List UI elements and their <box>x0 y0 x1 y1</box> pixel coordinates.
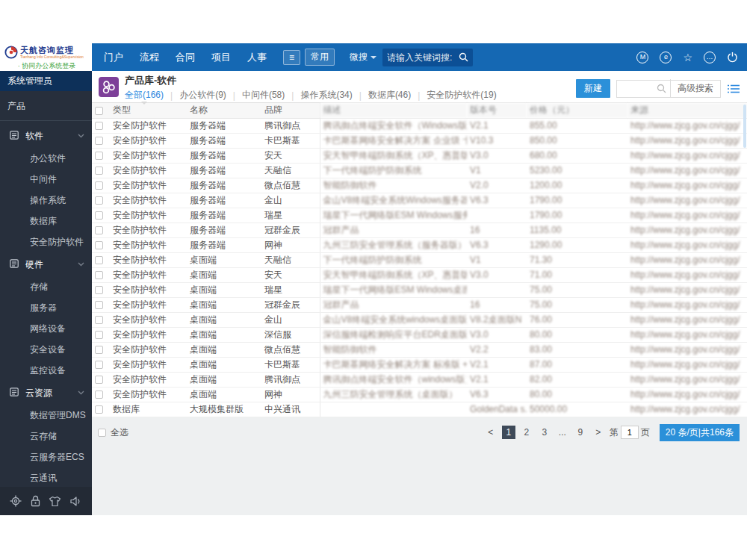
row-checkbox[interactable] <box>95 181 103 190</box>
tab-4[interactable]: 数据库(46) <box>368 89 411 102</box>
content-header: 产品库-软件 全部(166)|办公软件(9)|中间件(58)|操作系统(34)|… <box>92 71 747 103</box>
row-checkbox-cell <box>92 357 110 372</box>
row-checkbox[interactable] <box>95 361 103 369</box>
topnav-item-1[interactable]: 流程 <box>140 51 159 64</box>
scrollbar-thumb[interactable] <box>743 105 746 148</box>
sidebar-item-1-1[interactable]: 服务器 <box>0 297 92 318</box>
tab-1[interactable]: 办公软件(9) <box>179 89 226 102</box>
row-checkbox-cell <box>92 387 110 402</box>
lock-icon[interactable] <box>30 495 41 507</box>
row-checkbox[interactable] <box>95 316 103 324</box>
sidebar-item-2-3[interactable]: 云通讯 <box>0 467 92 488</box>
row-checkbox[interactable] <box>95 167 103 175</box>
sidebar-item-1-3[interactable]: 安全设备 <box>0 339 92 360</box>
wesearch-dropdown[interactable]: 微搜 <box>350 51 376 63</box>
table-row-10: 安全防护软件桌面端安天安天智甲终端防御系统（XP、惠普版）V3.071.00ht… <box>92 267 747 282</box>
table-row-14: 安全防护软件桌面端深信服深信服终端检测响应平台EDR桌面版V3.080.00ht… <box>92 327 747 342</box>
cell-source: http://www.zjcg.gov.cn/cjgg/ <box>627 133 747 148</box>
page-button-9[interactable]: 9 <box>574 426 587 439</box>
row-checkbox[interactable] <box>95 137 103 145</box>
sidebar-group-0[interactable]: 软件 <box>0 124 92 148</box>
row-checkbox[interactable] <box>95 122 103 130</box>
tab-2[interactable]: 中间件(58) <box>242 89 285 102</box>
cell-version: V2.1 <box>467 118 527 133</box>
row-checkbox[interactable] <box>95 152 103 160</box>
cell-type: 安全防护软件 <box>110 133 187 148</box>
cell-brand: 天融信 <box>261 163 320 178</box>
settings-icon[interactable] <box>10 495 22 507</box>
sidebar-item-0-3[interactable]: 数据库 <box>0 211 92 231</box>
sidebar-group-label: 硬件 <box>25 258 43 271</box>
cell-desc: 九州三防安全管理系统（桌面版） <box>320 387 467 402</box>
page-next-button[interactable]: > <box>592 426 605 439</box>
row-checkbox[interactable] <box>95 196 103 205</box>
logo-tagline[interactable]: · 协同办公系统登录 <box>4 61 89 71</box>
sidebar-item-1-4[interactable]: 监控设备 <box>0 360 92 381</box>
topnav-item-0[interactable]: 门户 <box>104 51 123 64</box>
sidebar-item-0-2[interactable]: 操作系统 <box>0 190 92 211</box>
cell-source: http://www.zjcg.gov.cn/cjgg/ <box>627 237 747 252</box>
row-checkbox[interactable] <box>95 256 103 264</box>
message-icon[interactable]: e <box>660 52 672 63</box>
row-checkbox[interactable] <box>95 301 103 309</box>
row-checkbox[interactable] <box>95 376 103 384</box>
sidebar-section-product[interactable]: 产品 <box>0 91 92 120</box>
sidebar-item-0-0[interactable]: 办公软件 <box>0 148 92 169</box>
power-icon[interactable] <box>727 52 738 63</box>
sidebar-item-1-2[interactable]: 网络设备 <box>0 318 92 339</box>
global-search-input[interactable] <box>387 52 459 63</box>
sidebar-item-2-2[interactable]: 云服务器ECS <box>0 447 92 467</box>
sidebar-group-1[interactable]: 硬件 <box>0 252 92 276</box>
topnav-item-4[interactable]: 人事 <box>247 51 267 64</box>
cell-type: 安全防护软件 <box>110 312 187 327</box>
sidebar-item-0-1[interactable]: 中间件 <box>0 169 92 190</box>
select-all[interactable]: 全选 <box>98 426 128 439</box>
row-checkbox[interactable] <box>95 241 103 249</box>
row-checkbox[interactable] <box>95 391 103 399</box>
row-checkbox[interactable] <box>95 226 103 234</box>
sidebar-group-2[interactable]: 云资源 <box>0 381 92 405</box>
theme-icon[interactable] <box>49 496 61 507</box>
sidebar-item-2-1[interactable]: 云存储 <box>0 426 92 447</box>
sound-icon[interactable] <box>69 496 82 507</box>
more-icon[interactable]: … <box>704 52 716 63</box>
menu-button[interactable]: ≡ <box>283 50 300 65</box>
select-all-checkbox[interactable] <box>98 429 106 437</box>
sidebar-item-1-0[interactable]: 存储 <box>0 276 92 297</box>
sidebar-item-2-0[interactable]: 数据管理DMS <box>0 405 92 426</box>
column-header-desc: 描述 <box>320 103 467 118</box>
search-icon[interactable] <box>459 52 468 62</box>
table-search-icon[interactable] <box>653 84 670 93</box>
row-checkbox[interactable] <box>95 271 103 279</box>
header-checkbox[interactable] <box>95 107 103 115</box>
row-checkbox[interactable] <box>95 405 103 414</box>
tab-5[interactable]: 安全防护软件(19) <box>427 89 496 102</box>
cell-desc: 安天智甲终端防御系统（XP、惠普版） <box>320 267 467 282</box>
table-search-input[interactable] <box>617 84 653 94</box>
row-checkbox-cell <box>92 118 110 133</box>
goto-page-input[interactable] <box>621 426 639 439</box>
m-badge-icon[interactable]: M <box>636 52 648 63</box>
new-button[interactable]: 新建 <box>576 79 610 98</box>
page-button-1[interactable]: 1 <box>502 426 515 439</box>
topnav-item-3[interactable]: 项目 <box>211 51 231 64</box>
star-icon[interactable]: ☆ <box>683 52 692 63</box>
cell-brand: 深信服 <box>261 327 320 342</box>
page-button-2[interactable]: 2 <box>520 426 533 439</box>
tab-3[interactable]: 操作系统(34) <box>300 89 352 102</box>
page-prev-button[interactable]: < <box>484 426 498 439</box>
row-checkbox[interactable] <box>95 211 103 220</box>
list-view-icon[interactable] <box>728 84 740 94</box>
row-checkbox[interactable] <box>95 286 103 294</box>
page-button-3[interactable]: 3 <box>538 426 551 439</box>
frequent-button[interactable]: 常用 <box>305 49 335 66</box>
tab-0[interactable]: 全部(166) <box>125 89 164 102</box>
topnav-item-2[interactable]: 合同 <box>176 51 195 64</box>
sidebar-item-0-4[interactable]: 安全防护软件 <box>0 231 92 252</box>
advanced-search-button[interactable]: 高级搜索 <box>670 79 720 98</box>
row-checkbox-cell <box>92 312 110 327</box>
row-checkbox[interactable] <box>95 331 103 339</box>
row-checkbox[interactable] <box>95 346 103 354</box>
page-size-info[interactable]: 20 条/页|共166条 <box>660 424 740 441</box>
topbar: 天航咨询监理 Tianhang Info Consulting&Supervis… <box>0 43 747 71</box>
